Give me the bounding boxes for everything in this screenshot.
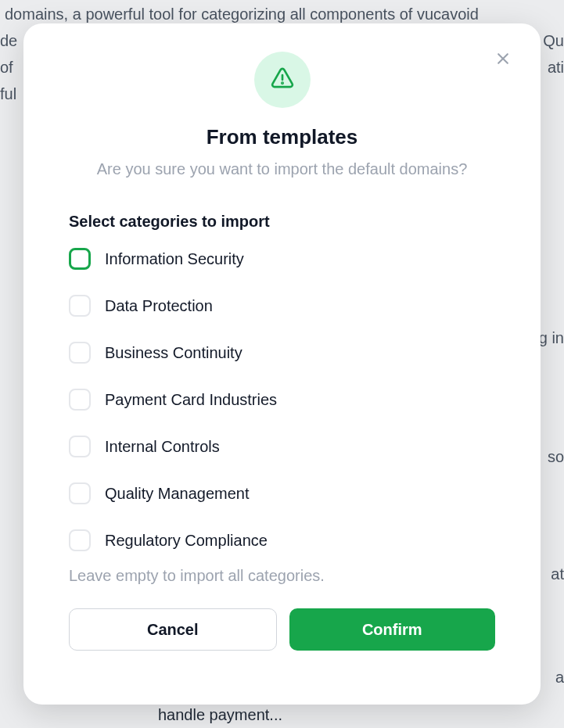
hint-text: Leave empty to import all categories.	[69, 567, 495, 585]
checkbox-label: Payment Card Industries	[105, 391, 277, 409]
modal-actions: Cancel Confirm	[69, 608, 495, 651]
checkbox-label: Business Continuity	[105, 344, 242, 362]
category-row-regulatory-compliance[interactable]: Regulatory Compliance	[69, 529, 495, 551]
category-list: Information Security Data Protection Bus…	[69, 248, 495, 551]
cancel-button[interactable]: Cancel	[69, 608, 277, 651]
checkbox[interactable]	[69, 529, 91, 551]
modal-subtitle: Are you sure you want to import the defa…	[69, 160, 495, 178]
import-templates-modal: From templates Are you sure you want to …	[23, 23, 541, 705]
section-label: Select categories to import	[69, 213, 495, 231]
checkbox-label: Regulatory Compliance	[105, 532, 268, 550]
checkbox-label: Internal Controls	[105, 438, 220, 456]
modal-icon-circle	[254, 52, 311, 108]
close-icon	[495, 51, 511, 69]
confirm-button[interactable]: Confirm	[289, 608, 496, 651]
checkbox[interactable]	[69, 389, 91, 411]
checkbox[interactable]	[69, 248, 91, 270]
svg-point-3	[282, 82, 282, 83]
category-row-data-protection[interactable]: Data Protection	[69, 295, 495, 317]
checkbox[interactable]	[69, 436, 91, 457]
checkbox-label: Data Protection	[105, 297, 213, 315]
category-row-quality-management[interactable]: Quality Management	[69, 482, 495, 504]
checkbox-label: Information Security	[105, 250, 244, 268]
checkbox[interactable]	[69, 342, 91, 364]
category-row-information-security[interactable]: Information Security	[69, 248, 495, 270]
checkbox[interactable]	[69, 482, 91, 504]
category-row-internal-controls[interactable]: Internal Controls	[69, 436, 495, 457]
category-row-payment-card-industries[interactable]: Payment Card Industries	[69, 389, 495, 411]
checkbox[interactable]	[69, 295, 91, 317]
close-button[interactable]	[489, 45, 517, 74]
category-row-business-continuity[interactable]: Business Continuity	[69, 342, 495, 364]
checkbox-label: Quality Management	[105, 485, 250, 503]
warning-icon	[270, 66, 295, 94]
modal-title: From templates	[69, 125, 495, 149]
